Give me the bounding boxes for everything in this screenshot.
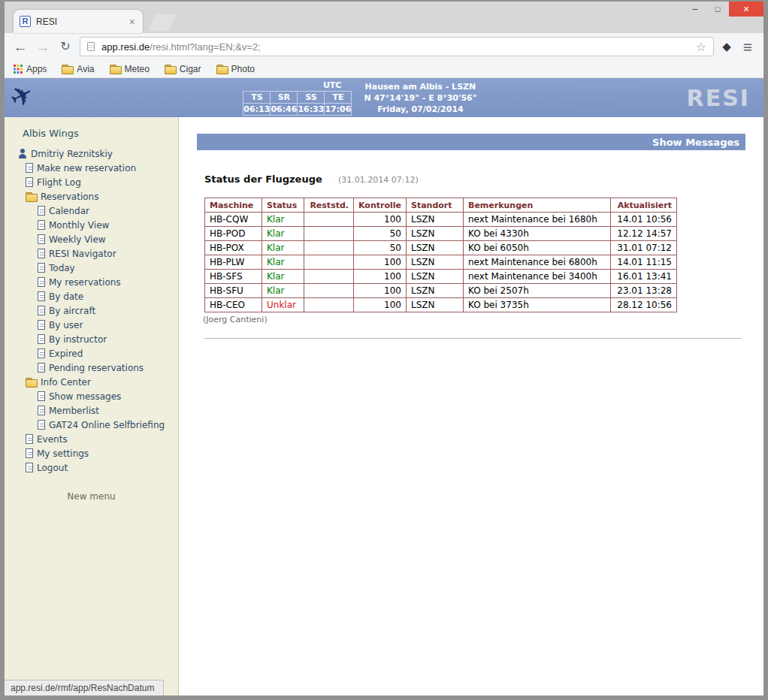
extension-icon[interactable]: ◆ <box>720 40 733 53</box>
sidebar-item-resi-navigator[interactable]: RESI Navigator <box>5 246 178 261</box>
cell-aktualisiert: 14.01 11:15 <box>611 255 677 270</box>
new-tab-button[interactable] <box>149 14 177 31</box>
cell-status: Klar <box>262 270 304 284</box>
cell-kontrolle: 100 <box>354 213 407 227</box>
sidebar-item-gat24-online-selfbriefing[interactable]: GAT24 Online Selfbriefing <box>5 418 178 432</box>
cell-standort: LSZN <box>407 298 464 312</box>
cell-status: Unklar <box>262 298 304 312</box>
sidebar-item-label: By date <box>49 291 83 302</box>
sidebar-item-by-instructor[interactable]: By instructor <box>5 332 178 346</box>
sidebar-item-dmitriy-reznitskiy[interactable]: Dmitriy Reznitskiy <box>5 146 178 161</box>
sidebar-item-flight-log[interactable]: Flight Log <box>5 175 178 189</box>
window-maximize-button[interactable]: □ <box>706 2 729 17</box>
bookmark-apps[interactable]: Apps <box>14 64 47 74</box>
divider <box>204 338 741 339</box>
sidebar-item-reservations[interactable]: Reservations <box>5 189 178 204</box>
browser-tab[interactable]: R RESI × <box>14 10 143 33</box>
utc-label: UTC <box>243 80 352 91</box>
sidebar-item-show-messages[interactable]: Show messages <box>5 389 178 403</box>
back-button[interactable]: ← <box>12 40 29 54</box>
sidebar-item-my-reservations[interactable]: My reservations <box>5 275 178 289</box>
resi-plane-logo-icon: ✈ <box>5 79 38 113</box>
folder-icon <box>216 65 228 74</box>
sidebar-item-label: Weekly View <box>49 234 106 245</box>
column-header-maschine: Maschine <box>205 198 262 213</box>
apps-grid-icon <box>14 65 23 74</box>
cell-status: Klar <box>262 284 304 298</box>
app-body: Albis Wings Dmitriy ReznitskiyMake new r… <box>5 117 763 695</box>
cell-reststd <box>304 227 354 241</box>
column-header-aktualisiert: Aktualisiert <box>611 198 677 213</box>
sidebar-item-label: Expired <box>49 348 83 359</box>
sidebar-item-label: My reservations <box>49 277 121 288</box>
sidebar-item-my-settings[interactable]: My settings <box>5 446 178 460</box>
sidebar-item-monthly-view[interactable]: Monthly View <box>5 218 178 232</box>
tab-title: RESI <box>36 17 128 27</box>
browser-menu-icon[interactable]: ≡ <box>739 39 756 55</box>
sidebar-item-make-new-reservation[interactable]: Make new reservation <box>5 161 178 175</box>
tab-close-icon[interactable]: × <box>128 17 137 27</box>
document-icon <box>38 249 45 258</box>
document-icon <box>38 277 45 287</box>
table-row: HB-PLWKlar100LSZNnext Maintenance bei 68… <box>205 255 677 270</box>
address-bar[interactable]: app.resi.de/resi.html?lang=EN;&v=2; ☆ <box>80 37 714 56</box>
sidebar-item-label: Reservations <box>41 192 98 202</box>
sidebar-item-by-aircraft[interactable]: By aircraft <box>5 303 178 318</box>
column-header-standort: Standort <box>407 198 464 213</box>
sidebar-item-today[interactable]: Today <box>5 261 178 275</box>
sidebar-item-pending-reservations[interactable]: Pending reservations <box>5 361 178 375</box>
header-date: Friday, 07/02/2014 <box>364 104 476 115</box>
airfield-name: Hausen am Albis - LSZN <box>364 81 476 92</box>
sidebar-item-logout[interactable]: Logout <box>5 460 178 475</box>
sidebar-item-by-user[interactable]: By user <box>5 318 178 332</box>
bookmark-folder-cigar[interactable]: Cigar <box>165 64 201 74</box>
airfield-coordinates: N 47°14'19" - E 8°30'56" <box>364 92 476 104</box>
bookmarks-bar: Apps Avia Meteo Cigar Photo <box>5 60 763 78</box>
sidebar-item-events[interactable]: Events <box>5 432 178 446</box>
window-minimize-button[interactable]: – <box>684 2 706 17</box>
sidebar-item-memberlist[interactable]: Memberlist <box>5 403 178 418</box>
cell-aktualisiert: 16.01 13:41 <box>611 270 677 284</box>
reload-button[interactable]: ↻ <box>57 41 74 53</box>
cell-bemerkungen: KO bei 2507h <box>464 284 611 298</box>
status-bar: app.resi.de/rmf/app/ResNachDatum <box>5 680 164 695</box>
aircraft-table-head: MaschineStatusReststd.KontrolleStandortB… <box>205 198 677 213</box>
sidebar-item-calendar[interactable]: Calendar <box>5 204 178 218</box>
forward-button[interactable]: → <box>35 40 51 54</box>
cell-aktualisiert: 12.12 14:57 <box>611 227 677 241</box>
utc-times-block: UTC TS SR SS TE 06:13 06:46 16:33 17:06 <box>243 80 352 116</box>
sidebar-item-label: RESI Navigator <box>49 249 116 259</box>
document-icon <box>38 220 45 230</box>
sidebar-item-expired[interactable]: Expired <box>5 346 178 361</box>
bookmark-folder-meteo[interactable]: Meteo <box>110 64 150 74</box>
cell-standort: LSZN <box>407 270 464 284</box>
document-icon <box>38 363 45 373</box>
bookmark-star-icon[interactable]: ☆ <box>696 40 706 54</box>
sun-time-value: 06:46 <box>271 103 298 115</box>
window-close-button[interactable]: × <box>729 2 763 17</box>
sidebar-item-label: By instructor <box>49 334 107 345</box>
cell-standort: LSZN <box>407 284 464 298</box>
document-icon <box>38 348 45 358</box>
sidebar-item-label: Show messages <box>49 391 121 402</box>
document-icon <box>26 163 33 173</box>
bookmark-folder-photo[interactable]: Photo <box>216 64 255 74</box>
sidebar-item-weekly-view[interactable]: Weekly View <box>5 232 178 246</box>
bookmark-folder-avia[interactable]: Avia <box>62 64 94 74</box>
sun-times-table: TS SR SS TE 06:13 06:46 16:33 17:06 <box>243 91 352 116</box>
heading-row: Status der Flugzeuge (31.01.2014 07:12) <box>204 171 745 186</box>
cell-maschine: HB-POD <box>205 227 262 241</box>
sidebar-item-by-date[interactable]: By date <box>5 289 178 303</box>
cell-kontrolle: 100 <box>354 298 407 312</box>
document-icon <box>38 391 45 401</box>
sidebar-item-label: Monthly View <box>49 220 109 231</box>
table-row: HB-CQWKlar100LSZNnext Maintenance bei 16… <box>205 213 677 227</box>
sidebar-item-label: Logout <box>37 463 68 473</box>
sidebar: Albis Wings Dmitriy ReznitskiyMake new r… <box>5 117 179 695</box>
new-menu-link[interactable]: New menu <box>5 491 178 502</box>
sidebar-item-info-center[interactable]: Info Center <box>5 375 178 389</box>
table-row: HB-CEOUnklar100LSZNKO bei 3735h28.12 10:… <box>205 298 677 312</box>
sidebar-item-label: By user <box>49 320 83 330</box>
cell-standort: LSZN <box>407 213 464 227</box>
cell-reststd <box>304 213 354 227</box>
